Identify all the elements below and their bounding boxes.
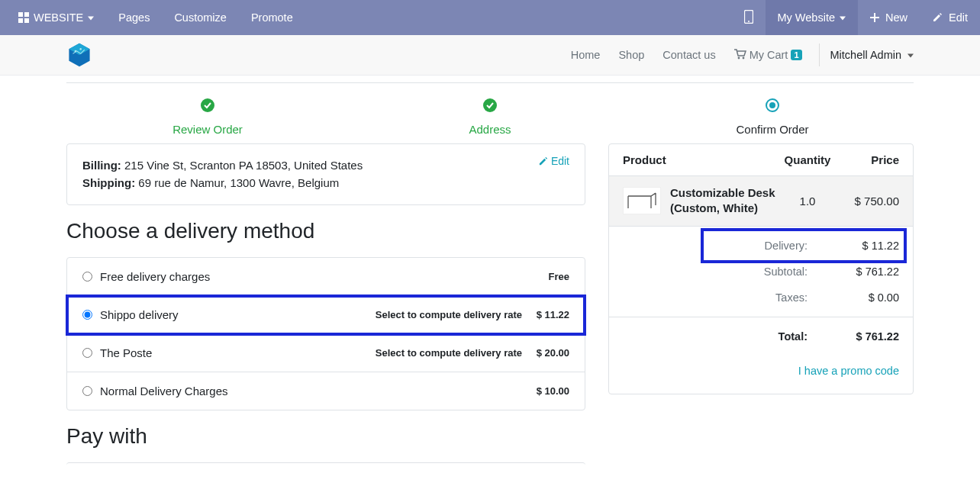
caret-down-icon [88, 11, 94, 24]
pay-with-title: Pay with [66, 424, 585, 449]
edit-address-link[interactable]: Edit [538, 155, 569, 167]
billing-value: 215 Vine St, Scranton PA 18503, United S… [124, 159, 363, 172]
delivery-methods: Free delivery charges Free Shippo delive… [66, 257, 585, 410]
wizard-step-address[interactable]: Address [349, 98, 631, 136]
wizard-step-confirm: Confirm Order [631, 98, 914, 136]
promo-code-link[interactable]: I have a promo code [798, 365, 899, 377]
summary-line-item: Customizable Desk (Custom, White) 1.0 $ … [609, 176, 913, 227]
check-icon [483, 98, 497, 112]
svg-point-12 [201, 98, 214, 112]
edit-button[interactable]: Edit [920, 0, 980, 35]
svg-rect-1 [24, 12, 29, 17]
caret-down-icon [840, 11, 846, 24]
delivery-radio[interactable] [82, 386, 92, 396]
nav-contact[interactable]: Contact us [653, 43, 724, 67]
nav-home[interactable]: Home [562, 43, 610, 67]
grid-icon [18, 12, 29, 23]
promote-menu[interactable]: Promote [239, 0, 305, 35]
admin-topbar: WEBSITE Pages Customize Promote My Websi… [0, 0, 980, 35]
svg-point-11 [742, 56, 744, 59]
summary-header: Product Quantity Price [609, 144, 913, 176]
product-price: $ 750.00 [838, 195, 899, 208]
website-menu-label: WEBSITE [34, 11, 83, 24]
user-name: Mitchell Admin [830, 49, 901, 61]
shipping-label: Shipping: [82, 176, 135, 189]
product-qty: 1.0 [777, 195, 838, 208]
delivery-option-poste[interactable]: The Poste Select to compute delivery rat… [67, 334, 585, 372]
svg-point-10 [737, 56, 740, 59]
svg-point-9 [79, 48, 82, 50]
caret-down-icon [907, 49, 914, 61]
product-name: Customizable Desk (Custom, White) [670, 185, 777, 217]
svg-point-13 [483, 98, 497, 112]
summary-total-row: Total: $ 761.22 [708, 323, 899, 349]
nav-shop[interactable]: Shop [609, 43, 653, 67]
wizard-step-review[interactable]: Review Order [66, 98, 349, 136]
check-icon [201, 98, 214, 112]
svg-rect-2 [18, 18, 23, 23]
new-button[interactable]: New [858, 0, 920, 35]
site-logo[interactable] [66, 42, 92, 68]
user-menu[interactable]: Mitchell Admin [827, 43, 914, 67]
delivery-option-shippo[interactable]: Shippo delivery Select to compute delive… [67, 296, 585, 334]
svg-rect-3 [24, 18, 29, 23]
pay-card-partial [66, 462, 585, 465]
cart-badge: 1 [791, 50, 801, 60]
svg-rect-0 [18, 12, 23, 17]
billing-label: Billing: [82, 159, 121, 172]
delivery-radio[interactable] [82, 310, 92, 320]
customize-menu[interactable]: Customize [162, 0, 239, 35]
delivery-radio[interactable] [82, 348, 92, 358]
mobile-preview-button[interactable] [732, 0, 766, 35]
mobile-icon [744, 10, 753, 26]
plus-icon [870, 13, 879, 22]
summary-delivery-row: Delivery: $ 11.22 [705, 233, 902, 259]
website-menu[interactable]: WEBSITE [6, 0, 106, 35]
delivery-radio[interactable] [82, 272, 92, 282]
delivery-option-free[interactable]: Free delivery charges Free [67, 258, 585, 296]
shipping-value: 69 rue de Namur, 1300 Wavre, Belgium [138, 176, 339, 189]
delivery-title: Choose a delivery method [66, 219, 585, 243]
delivery-option-normal[interactable]: Normal Delivery Charges $ 10.00 [67, 372, 585, 410]
cart-label: My Cart [750, 49, 788, 61]
pages-menu[interactable]: Pages [106, 0, 162, 35]
address-card: Billing: 215 Vine St, Scranton PA 18503,… [66, 143, 585, 205]
order-summary: Product Quantity Price Customizable Desk… [608, 143, 914, 394]
summary-subtotal-row: Subtotal: $ 761.22 [708, 259, 899, 285]
pencil-icon [538, 156, 548, 166]
product-thumbnail [623, 187, 661, 214]
pencil-icon [932, 12, 943, 23]
summary-taxes-row: Taxes: $ 0.00 [708, 285, 899, 311]
site-header: Home Shop Contact us My Cart 1 Mitchell … [0, 35, 980, 76]
svg-point-5 [748, 21, 750, 22]
cart-icon [734, 49, 746, 62]
checkout-wizard: Review Order Address Confirm Order [66, 76, 914, 143]
current-step-icon [766, 98, 779, 112]
divider [819, 43, 820, 66]
nav-cart[interactable]: My Cart 1 [725, 43, 811, 68]
promo-section: I have a promo code [609, 356, 913, 394]
main-nav: Home Shop Contact us My Cart 1 Mitchell … [562, 43, 914, 68]
mywebsite-menu[interactable]: My Website [766, 0, 858, 35]
